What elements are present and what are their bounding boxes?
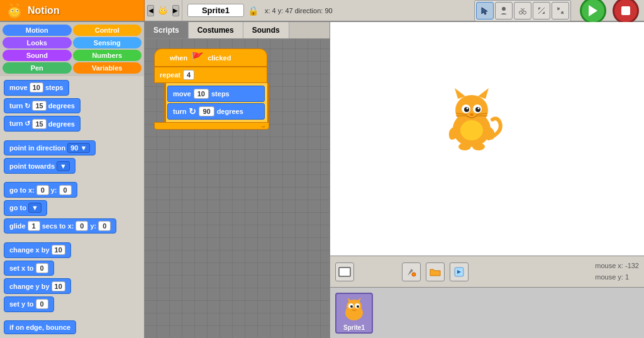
mouse-x-label: mouse x:	[595, 262, 623, 269]
paint-button[interactable]	[402, 262, 421, 281]
paint-icon	[406, 266, 417, 278]
tab-costumes[interactable]: Costumes	[189, 22, 243, 38]
scratch-cat-sprite	[437, 79, 506, 154]
header: Notion ◀ ▶ Sprite1 🔒 x: 4 y: 47 directio…	[0, 0, 644, 22]
svg-point-18	[523, 11, 526, 14]
point-towards-block[interactable]: point towards ▼	[4, 158, 75, 174]
turn-left-block[interactable]: turn ↺ 15 degrees	[4, 116, 80, 132]
scissors-icon	[518, 6, 527, 15]
stop-button[interactable]	[613, 0, 639, 24]
svg-point-1	[9, 8, 19, 16]
pointer-icon	[480, 6, 489, 15]
expand-tool-button[interactable]	[533, 2, 550, 20]
script-stack: when 🚩 clicked repeat 4 move 10	[154, 48, 269, 130]
svg-point-51	[350, 305, 353, 308]
inner-move-block[interactable]: move 10 steps	[167, 86, 265, 102]
logo-text: Notion	[28, 5, 60, 16]
nav-fwd-button[interactable]: ▶	[172, 5, 179, 16]
category-numbers-button[interactable]: Numbers	[73, 50, 142, 61]
folder-icon	[430, 267, 441, 277]
svg-marker-14	[160, 6, 162, 8]
library-button[interactable]	[450, 262, 469, 281]
svg-rect-42	[339, 268, 350, 276]
mouse-x-value: -132	[625, 262, 639, 269]
green-flag-icon	[586, 4, 600, 18]
repeat-block[interactable]: repeat 4	[154, 67, 267, 83]
svg-point-12	[161, 9, 162, 10]
category-sensing-button[interactable]: Sensing	[73, 37, 142, 48]
turn-right-block[interactable]: turn ↻ 15 degrees	[4, 98, 80, 114]
sprite-name-label: Sprite1	[343, 324, 365, 331]
cut-tool-button[interactable]	[514, 2, 531, 20]
svg-point-5	[17, 10, 18, 11]
category-looks-button[interactable]: Looks	[3, 37, 72, 48]
svg-point-4	[12, 10, 13, 11]
scripts-editor[interactable]: when 🚩 clicked repeat 4 move 10	[145, 39, 330, 338]
svg-marker-7	[16, 3, 19, 6]
editor-tabs: Scripts Costumes Sounds	[145, 22, 330, 39]
repeat-arrow-icon: →	[260, 123, 266, 130]
folder-button[interactable]	[426, 262, 445, 281]
category-control-button[interactable]: Control	[73, 25, 142, 36]
goto-sprite-block[interactable]: go to ▼	[4, 200, 47, 216]
main-layout: Motion Control Looks Sensing Sound Numbe…	[0, 22, 644, 338]
scratch-cat-logo-icon	[5, 1, 24, 20]
tab-scripts[interactable]: Scripts	[145, 22, 189, 38]
change-x-block[interactable]: change x by 10	[4, 242, 71, 258]
svg-point-17	[519, 11, 523, 14]
if-on-edge-block[interactable]: if on edge, bounce	[4, 320, 76, 334]
goto-xy-block[interactable]: go to x: 0 y: 0	[4, 182, 77, 198]
stage-normal-button[interactable]	[335, 262, 354, 281]
stage-canvas	[330, 22, 644, 256]
tab-sounds[interactable]: Sounds	[243, 22, 289, 38]
glide-block[interactable]: glide 1 secs to x: 0 y: 0	[4, 218, 116, 234]
stage-toolbar: mouse x: -132 mouse y: 1	[330, 256, 644, 288]
mouse-y-value: 1	[625, 273, 629, 281]
change-y-block[interactable]: change y by 10	[4, 278, 71, 294]
svg-marker-15	[164, 6, 166, 8]
sprite-cat-icon	[341, 295, 367, 323]
repeat-body: move 10 steps turn ↻ 90 degrees	[164, 83, 269, 122]
event-block[interactable]: when 🚩 clicked	[154, 48, 267, 67]
blocks-palette: move 10 steps turn ↻ 15 degrees turn ↺ 1…	[0, 76, 144, 338]
category-motion-button[interactable]: Motion	[3, 25, 72, 36]
point-direction-block[interactable]: point in direction 90 ▼	[4, 140, 96, 156]
header-sprite-info: Sprite1 🔒 x: 4 y: 47 direction: 90	[182, 0, 644, 21]
category-pen-button[interactable]: Pen	[3, 62, 72, 74]
sprite-panel: Sprite1	[330, 288, 644, 338]
category-variables-button[interactable]: Variables	[73, 62, 142, 74]
stamp-tool-button[interactable]	[495, 2, 513, 20]
category-buttons: Motion Control Looks Sensing Sound Numbe…	[0, 22, 144, 76]
svg-point-52	[357, 305, 359, 308]
svg-point-43	[412, 273, 416, 276]
expand-icon	[537, 6, 546, 15]
header-nav: ◀ ▶	[145, 0, 182, 21]
sprite-coordinates: x: 4 y: 47 direction: 90	[265, 7, 333, 14]
svg-point-41	[472, 143, 485, 150]
header-logo: Notion	[0, 0, 145, 21]
shrink-tool-button[interactable]	[552, 2, 569, 20]
mouse-y-label: mouse y:	[595, 273, 623, 281]
svg-point-39	[460, 120, 483, 140]
svg-point-40	[458, 143, 471, 150]
flag-icon: 🚩	[191, 52, 204, 64]
svg-point-13	[164, 9, 165, 10]
sprite-thumbnail[interactable]: Sprite1	[335, 293, 373, 334]
stage-normal-icon	[338, 267, 351, 277]
lock-icon: 🔒	[248, 6, 258, 16]
scripts-panel: Scripts Costumes Sounds when 🚩 clicked r…	[145, 22, 330, 338]
svg-point-16	[502, 7, 506, 11]
set-y-block[interactable]: set y to 0	[4, 296, 54, 312]
move-block[interactable]: move 10 steps	[4, 80, 69, 96]
nav-back-button[interactable]: ◀	[147, 5, 154, 16]
pointer-tool-button[interactable]	[476, 2, 494, 20]
svg-point-34	[470, 113, 474, 116]
svg-point-32	[467, 108, 469, 110]
set-x-block[interactable]: set x to 0	[4, 261, 54, 276]
go-button[interactable]	[580, 0, 606, 24]
inner-turn-block[interactable]: turn ↻ 90 degrees	[167, 103, 265, 120]
sprite-name-field[interactable]: Sprite1	[187, 4, 244, 17]
category-sound-button[interactable]: Sound	[3, 50, 72, 61]
svg-marker-22	[589, 5, 597, 16]
mouse-coordinates: mouse x: -132 mouse y: 1	[595, 261, 639, 283]
